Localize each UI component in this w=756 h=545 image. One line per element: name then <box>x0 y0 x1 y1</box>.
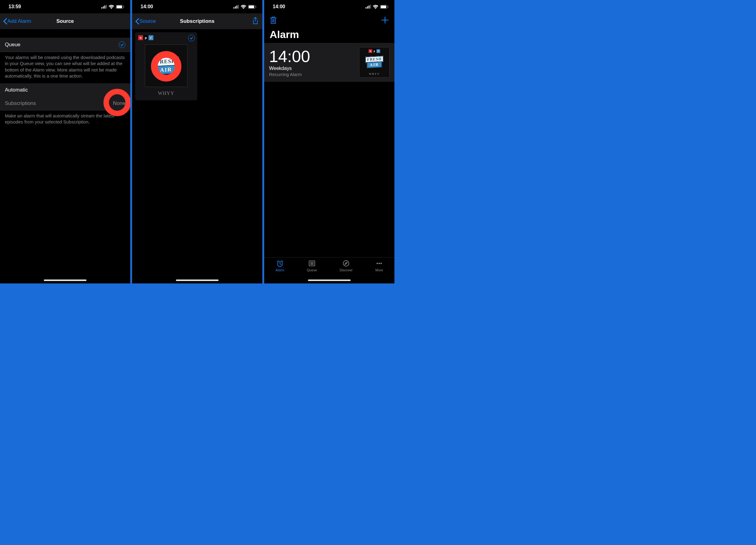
battery-icon <box>116 5 124 9</box>
status-icons <box>101 5 124 9</box>
battery-icon <box>380 5 388 9</box>
wifi-icon <box>241 5 246 9</box>
status-icons <box>233 5 256 9</box>
alarm-days: Weekdays <box>269 66 310 71</box>
cellular-icon <box>101 5 107 9</box>
svg-rect-1 <box>103 6 104 9</box>
subscriptions-row[interactable]: Subscriptions None <box>0 97 130 110</box>
subscriptions-label: Subscriptions <box>5 100 36 107</box>
discover-icon <box>342 260 350 267</box>
home-indicator[interactable] <box>44 279 86 281</box>
tab-queue[interactable]: Queue <box>307 260 317 272</box>
art-text2: AIR <box>367 61 382 68</box>
nav-title: Subscriptions <box>180 18 214 24</box>
cellular-icon <box>233 5 239 9</box>
svg-rect-2 <box>104 5 105 9</box>
tab-discover[interactable]: Discover <box>340 260 353 272</box>
svg-point-25 <box>378 263 380 264</box>
content: Queue Your alarms will be created using … <box>0 29 130 283</box>
svg-rect-5 <box>117 5 122 8</box>
svg-rect-13 <box>256 6 256 8</box>
svg-rect-7 <box>233 7 234 9</box>
tab-alarm[interactable]: Alarm <box>275 260 284 272</box>
plus-icon <box>381 16 389 24</box>
queue-label: Queue <box>5 42 20 48</box>
automatic-header: Automatic <box>0 83 130 97</box>
automatic-footer: Make an alarm that will automatically st… <box>0 110 130 130</box>
header-icons <box>264 13 394 28</box>
nav-bar: Add Alarm Source <box>0 13 130 29</box>
home-indicator[interactable] <box>308 279 351 281</box>
svg-rect-0 <box>101 7 102 9</box>
art-station: WHYY <box>369 72 380 75</box>
svg-rect-19 <box>381 5 386 8</box>
svg-rect-20 <box>388 6 388 8</box>
status-time: 14:00 <box>141 4 153 9</box>
tab-label: Queue <box>307 268 317 272</box>
npr-logo: n p r <box>369 49 380 53</box>
share-icon <box>252 17 259 25</box>
svg-point-26 <box>380 263 382 264</box>
share-button[interactable] <box>252 17 259 26</box>
alarm-type: Recurring Alarm <box>269 72 310 77</box>
status-bar: 14:00 <box>132 0 262 13</box>
nav-title: Source <box>56 18 74 24</box>
content: n p r FRESH AIR WHYY <box>132 29 262 283</box>
svg-point-23 <box>343 261 349 267</box>
svg-rect-3 <box>106 5 107 9</box>
svg-rect-8 <box>235 6 236 9</box>
automatic-label: Automatic <box>5 87 28 93</box>
tab-more[interactable]: More <box>375 260 383 272</box>
chevron-left-icon <box>135 18 139 25</box>
svg-point-24 <box>376 263 378 264</box>
screen-subscriptions: 14:00 Source Subscriptions <box>132 0 262 283</box>
svg-rect-14 <box>366 7 366 9</box>
status-time: 14:00 <box>273 4 285 9</box>
more-icon <box>375 260 383 267</box>
queue-footer: Your alarms will be created using the do… <box>0 52 130 83</box>
podcast-tile-freshair[interactable]: n p r FRESH AIR WHYY <box>135 32 197 100</box>
queue-row[interactable]: Queue <box>0 38 130 52</box>
wifi-icon <box>109 5 114 9</box>
svg-rect-9 <box>236 5 237 9</box>
back-label: Add Alarm <box>7 18 31 24</box>
tab-label: Discover <box>340 268 353 272</box>
back-button[interactable]: Source <box>135 18 156 25</box>
alarm-artwork: n p r FRESH AIR WHYY <box>359 47 390 78</box>
trash-icon <box>270 16 277 24</box>
wifi-icon <box>373 5 378 9</box>
svg-rect-6 <box>124 6 124 8</box>
chevron-left-icon <box>3 18 7 25</box>
svg-rect-10 <box>238 5 239 9</box>
alarm-time: 14:00 <box>269 48 310 65</box>
npr-logo: n p r <box>138 35 153 40</box>
svg-rect-17 <box>370 5 371 9</box>
checkmark-circle-icon <box>119 41 125 48</box>
podcast-artwork: FRESH AIR <box>145 44 187 87</box>
delete-button[interactable] <box>270 16 277 25</box>
svg-rect-15 <box>367 6 368 9</box>
battery-icon <box>248 5 256 9</box>
add-button[interactable] <box>381 16 389 25</box>
back-button[interactable]: Add Alarm <box>3 18 31 25</box>
status-bar: 13:59 <box>0 0 130 13</box>
page-title: Alarm <box>264 28 394 43</box>
status-icons <box>366 5 388 9</box>
alarm-icon <box>276 260 284 267</box>
back-label: Source <box>139 18 156 24</box>
content: 14:00 Weekdays Recurring Alarm n p r FRE… <box>264 43 394 257</box>
home-indicator[interactable] <box>176 279 219 281</box>
svg-rect-16 <box>369 5 369 9</box>
podcast-station: WHYY <box>158 91 174 96</box>
screen-alarm: 14:00 Alarm 14:00 Weekdays Recurring Ala… <box>264 0 394 283</box>
nav-bar: Source Subscriptions <box>132 13 262 29</box>
subscriptions-value: None <box>113 100 125 107</box>
tab-label: Alarm <box>275 268 284 272</box>
status-time: 13:59 <box>9 4 21 9</box>
tab-label: More <box>375 268 383 272</box>
status-bar: 14:00 <box>264 0 394 13</box>
queue-icon <box>308 260 316 267</box>
svg-rect-12 <box>249 5 254 8</box>
screen-source: 13:59 Add Alarm Source Queue <box>0 0 130 283</box>
alarm-item[interactable]: 14:00 Weekdays Recurring Alarm n p r FRE… <box>264 43 394 82</box>
